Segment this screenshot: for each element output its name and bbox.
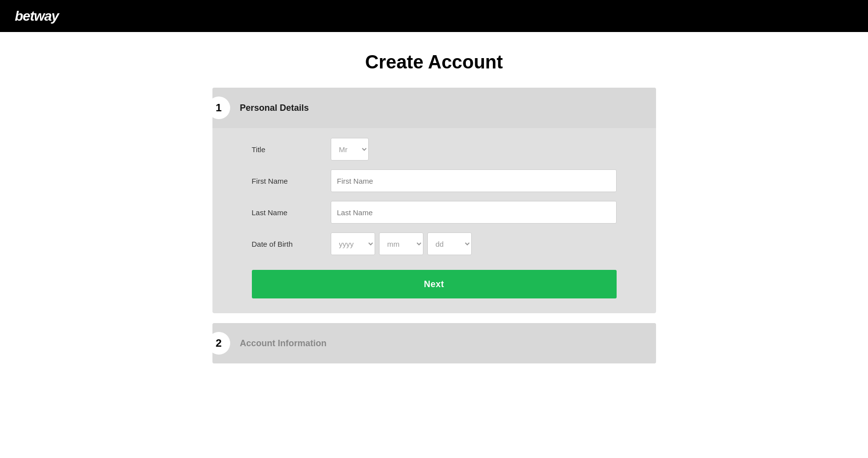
- step-1-circle: 1: [208, 97, 230, 119]
- dob-row: Date of Birth yyyy mm dd: [252, 232, 617, 255]
- last-name-label: Last Name: [252, 208, 331, 217]
- first-name-label: First Name: [252, 177, 331, 185]
- section-1-card: 1 Personal Details Title Mr Mrs Miss Ms …: [212, 88, 656, 313]
- section-1-title: Personal Details: [240, 103, 309, 113]
- header: betway: [0, 0, 868, 32]
- main-content: 1 Personal Details Title Mr Mrs Miss Ms …: [203, 88, 666, 363]
- title-select[interactable]: Mr Mrs Miss Ms Dr: [331, 138, 369, 161]
- step-2-circle: 2: [208, 332, 230, 355]
- logo: betway: [15, 8, 59, 24]
- section-2-header: 2 Account Information: [212, 323, 656, 363]
- first-name-row: First Name: [252, 169, 617, 192]
- dob-inputs: yyyy mm dd: [331, 232, 617, 255]
- title-label: Title: [252, 145, 331, 154]
- dob-day-select[interactable]: dd: [427, 232, 472, 255]
- page-title: Create Account: [0, 52, 868, 73]
- first-name-input[interactable]: [331, 169, 617, 192]
- page-title-container: Create Account: [0, 32, 868, 88]
- dob-month-select[interactable]: mm: [379, 232, 423, 255]
- dob-year-select[interactable]: yyyy: [331, 232, 375, 255]
- section-2-title: Account Information: [240, 338, 327, 349]
- last-name-row: Last Name: [252, 201, 617, 224]
- next-button[interactable]: Next: [252, 270, 617, 298]
- section-2-card: 2 Account Information: [212, 323, 656, 363]
- dob-label: Date of Birth: [252, 240, 331, 248]
- title-row: Title Mr Mrs Miss Ms Dr: [252, 138, 617, 161]
- section-1-header: 1 Personal Details: [212, 88, 656, 128]
- last-name-input[interactable]: [331, 201, 617, 224]
- section-1-body: Title Mr Mrs Miss Ms Dr First Name Last …: [212, 128, 656, 313]
